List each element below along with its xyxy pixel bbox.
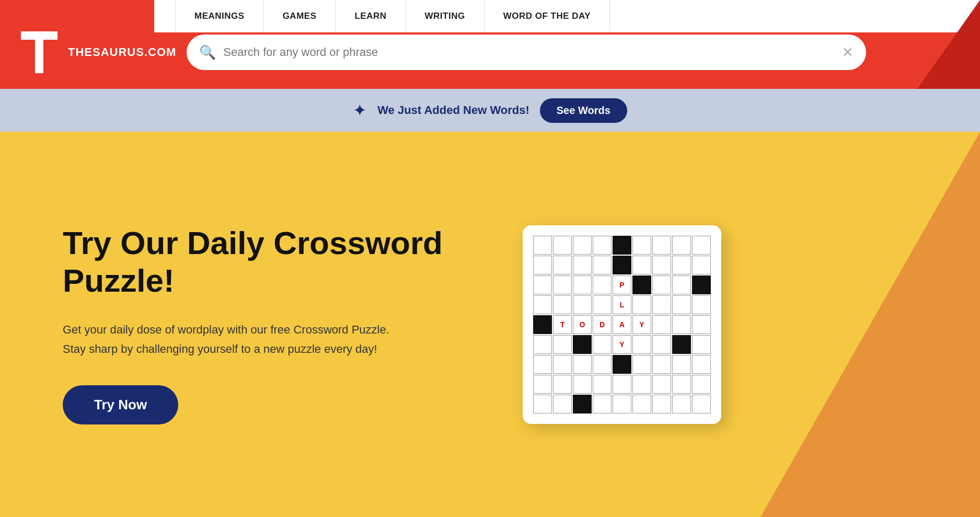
cell-0-5: [632, 236, 651, 255]
logo-area: THESAURUS.COM: [21, 31, 176, 73]
cell-1-2: [573, 256, 592, 274]
hero-left: Try Our Daily CrosswordPuzzle! Get your …: [63, 224, 470, 424]
cell-7-3: [593, 375, 612, 394]
site-logo-text[interactable]: THESAURUS.COM: [68, 45, 176, 59]
cell-2-5: [632, 275, 651, 294]
cell-1-3: [593, 256, 612, 274]
cell-3-1: [553, 295, 572, 314]
crossword-section: P L T O D A Y: [523, 225, 721, 424]
cell-1-7: [672, 256, 691, 274]
cell-7-4: [613, 375, 631, 394]
crossword-container: P L T O D A Y: [523, 225, 721, 424]
cell-7-2: [573, 375, 592, 394]
cell-7-7: [672, 375, 691, 394]
banner-text: We Just Added New Words!: [377, 104, 529, 117]
nav-word-of-day[interactable]: WORD OF THE DAY: [485, 0, 610, 32]
cell-6-1: [553, 355, 572, 374]
cell-0-2: [573, 236, 592, 255]
hero-description: Get your daily dose of wordplay with our…: [63, 320, 402, 359]
hero-section: Try Our Daily CrosswordPuzzle! Get your …: [0, 132, 980, 517]
cell-8-4: [613, 395, 631, 413]
svg-rect-1: [35, 40, 43, 73]
cell-0-0: [533, 236, 552, 255]
nav-games[interactable]: GAMES: [264, 0, 336, 32]
cell-5-0: [533, 335, 552, 354]
cell-4-3: D: [593, 315, 612, 334]
new-words-banner: ✦ We Just Added New Words! See Words: [0, 89, 980, 132]
cell-3-0: [533, 295, 552, 314]
cell-4-0: [533, 315, 552, 334]
nav-learn[interactable]: LEARN: [336, 0, 406, 32]
nav-bar: MEANINGS GAMES LEARN WRITING WORD OF THE…: [154, 0, 980, 32]
cell-8-3: [593, 395, 612, 413]
nav-meanings[interactable]: MEANINGS: [175, 0, 264, 32]
cell-3-5: [632, 295, 651, 314]
cell-7-8: [692, 375, 711, 394]
cell-3-7: [672, 295, 691, 314]
cell-5-5: [632, 335, 651, 354]
cell-5-6: [652, 335, 671, 354]
cell-5-4: Y: [613, 335, 631, 354]
cell-3-8: [692, 295, 711, 314]
cell-4-4: A: [613, 315, 631, 334]
cell-7-6: [652, 375, 671, 394]
nav-items: MEANINGS GAMES LEARN WRITING WORD OF THE…: [175, 0, 610, 32]
cell-3-3: [593, 295, 612, 314]
svg-rect-0: [21, 31, 57, 40]
cell-6-3: [593, 355, 612, 374]
see-words-button[interactable]: See Words: [540, 98, 627, 123]
cell-0-8: [692, 236, 711, 255]
cell-8-8: [692, 395, 711, 413]
cell-3-2: [573, 295, 592, 314]
star-icon: ✦: [353, 100, 367, 120]
cell-8-7: [672, 395, 691, 413]
cell-2-4: P: [613, 275, 631, 294]
cell-5-3: [593, 335, 612, 354]
cell-1-0: [533, 256, 552, 274]
cell-2-2: [573, 275, 592, 294]
cell-1-6: [652, 256, 671, 274]
cell-2-1: [553, 275, 572, 294]
search-bar: 🔍 ✕: [187, 35, 866, 70]
header: MEANINGS GAMES LEARN WRITING WORD OF THE…: [0, 0, 980, 89]
cell-5-1: [553, 335, 572, 354]
crossword-grid: P L T O D A Y: [533, 236, 711, 413]
cell-6-7: [672, 355, 691, 374]
search-input[interactable]: [223, 45, 842, 59]
cell-6-4: [613, 355, 631, 374]
cell-4-5: Y: [632, 315, 651, 334]
cell-1-4: [613, 256, 631, 274]
search-icon: 🔍: [199, 44, 216, 61]
cell-6-8: [692, 355, 711, 374]
cell-7-5: [632, 375, 651, 394]
clear-icon[interactable]: ✕: [842, 44, 854, 61]
cell-7-0: [533, 375, 552, 394]
cell-4-2: O: [573, 315, 592, 334]
cell-8-6: [652, 395, 671, 413]
cell-8-2: [573, 395, 592, 413]
cell-0-7: [672, 236, 691, 255]
cell-2-0: [533, 275, 552, 294]
cell-6-5: [632, 355, 651, 374]
cell-8-1: [553, 395, 572, 413]
cell-5-7: [672, 335, 691, 354]
cell-1-5: [632, 256, 651, 274]
cell-3-6: [652, 295, 671, 314]
cell-2-8: [692, 275, 711, 294]
cell-6-0: [533, 355, 552, 374]
cell-8-0: [533, 395, 552, 413]
cell-2-6: [652, 275, 671, 294]
cell-0-4: [613, 236, 631, 255]
cell-2-7: [672, 275, 691, 294]
cell-1-1: [553, 256, 572, 274]
cell-4-1: T: [553, 315, 572, 334]
logo-icon: [21, 31, 57, 73]
cell-5-8: [692, 335, 711, 354]
cell-3-4: L: [613, 295, 631, 314]
cell-6-2: [573, 355, 592, 374]
cell-1-8: [692, 256, 711, 274]
try-now-button[interactable]: Try Now: [63, 385, 178, 424]
cell-2-3: [593, 275, 612, 294]
cell-8-5: [632, 395, 651, 413]
nav-writing[interactable]: WRITING: [406, 0, 485, 32]
